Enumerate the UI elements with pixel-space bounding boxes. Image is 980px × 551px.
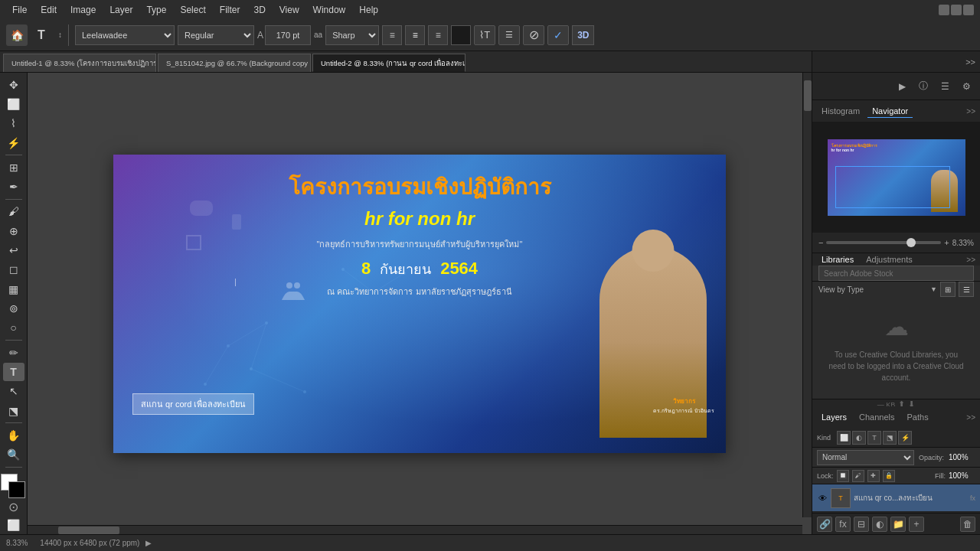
lock-transparent-icon[interactable]: 🔲	[837, 470, 849, 482]
view-by-type-dropdown[interactable]: ▼	[930, 285, 937, 293]
doc-tab-3[interactable]: Untitled-2 @ 8.33% (กานน qr cord เพื่อลง…	[312, 54, 466, 72]
status-arrow[interactable]: ▶	[145, 539, 152, 547]
lock-position-icon[interactable]: ✚	[867, 470, 880, 482]
text-color-swatch[interactable]	[451, 25, 471, 45]
panel-collapse-button[interactable]: >>	[965, 57, 975, 67]
filter-type-icon[interactable]: T	[867, 431, 881, 445]
hand-tool[interactable]: ✋	[3, 426, 24, 444]
menu-3d[interactable]: 3D	[247, 3, 271, 17]
filter-adjust-icon[interactable]: ◐	[852, 431, 866, 445]
nav-viewport-box[interactable]	[835, 166, 950, 208]
menu-layer[interactable]: Layer	[103, 3, 139, 17]
anti-alias-select[interactable]: Sharp	[325, 25, 379, 45]
zoom-in-icon[interactable]: +	[944, 238, 949, 247]
panel-layers-icon[interactable]: ☰	[936, 77, 954, 96]
align-left-button[interactable]: ≡	[382, 25, 402, 45]
eraser-tool[interactable]: ◻	[3, 261, 24, 279]
doc-tab-2[interactable]: S_8151042.jpg @ 66.7% (Background copy 2…	[158, 54, 311, 72]
eyedropper-tool[interactable]: ✒	[3, 178, 24, 196]
paths-tab[interactable]: Paths	[903, 411, 933, 423]
font-family-select[interactable]: Leelawadee	[75, 25, 175, 45]
align-right-button[interactable]: ≡	[428, 25, 448, 45]
quick-mask-button[interactable]: ⊙	[8, 500, 18, 514]
home-button[interactable]: 🏠	[6, 24, 28, 46]
canvas-area[interactable]: โครงการอบรมเชิงปฏิบัติการ hr for non hr …	[28, 73, 812, 534]
libs-panel-menu[interactable]: >>	[966, 256, 975, 264]
menu-edit[interactable]: Edit	[34, 3, 63, 17]
layers-tab[interactable]: Layers	[817, 411, 851, 423]
horizontal-scrollbar[interactable]	[28, 525, 802, 534]
3d-button[interactable]: 3D	[572, 25, 594, 45]
menu-select[interactable]: Select	[174, 3, 211, 17]
pen-tool[interactable]: ✏	[3, 344, 24, 361]
zoom-thumb[interactable]	[906, 238, 916, 247]
shape-tool[interactable]: ⬔	[3, 402, 24, 419]
opacity-value[interactable]: 100%	[949, 453, 975, 461]
background-color[interactable]	[8, 481, 25, 498]
h-scrollbar-thumb[interactable]	[58, 527, 119, 534]
canvas-document[interactable]: โครงการอบรมเชิงปฏิบัติการ hr for non hr …	[113, 155, 726, 453]
path-select-tool[interactable]: ↖	[3, 383, 24, 400]
brush-tool[interactable]: 🖌	[3, 203, 24, 220]
layer-1-fx[interactable]: fx	[970, 494, 975, 502]
zoom-out-icon[interactable]: −	[818, 238, 823, 247]
zoom-tool[interactable]: 🔍	[3, 446, 24, 464]
commit-text-button[interactable]: ✓	[547, 25, 569, 45]
panel-history-icon[interactable]: ▶	[893, 77, 911, 96]
menu-image[interactable]: Image	[64, 3, 102, 17]
grid-view-button[interactable]: ⊞	[940, 282, 956, 297]
crop-tool[interactable]: ⊞	[3, 158, 24, 176]
list-view-button[interactable]: ☰	[959, 282, 974, 297]
close-button[interactable]	[963, 5, 974, 15]
warp-text-button[interactable]: ⌇T	[474, 25, 495, 45]
lock-all-icon[interactable]: 🔒	[883, 470, 895, 482]
vertical-scrollbar[interactable]	[802, 73, 812, 517]
nav-panel-menu[interactable]: >>	[966, 107, 975, 116]
create-layer-button[interactable]: +	[909, 517, 924, 532]
histogram-tab[interactable]: Histogram	[817, 105, 864, 117]
blend-mode-select[interactable]: Normal	[817, 450, 914, 465]
menu-view[interactable]: View	[273, 3, 305, 17]
lasso-tool[interactable]: ⌇	[3, 115, 24, 132]
lock-image-icon[interactable]: 🖌	[852, 470, 864, 482]
maximize-button[interactable]	[951, 5, 962, 15]
channels-tab[interactable]: Channels	[854, 411, 899, 423]
adjustments-tab[interactable]: Adjustments	[861, 253, 917, 266]
filter-pixel-icon[interactable]: ⬜	[837, 431, 851, 445]
layers-panel-menu[interactable]: >>	[966, 413, 975, 422]
filter-smart-icon[interactable]: ⚡	[898, 431, 912, 445]
menu-filter[interactable]: Filter	[214, 3, 247, 17]
filter-shape-icon[interactable]: ⬔	[883, 431, 897, 445]
menu-help[interactable]: Help	[353, 3, 384, 17]
add-layer-style-button[interactable]: fx	[835, 517, 851, 532]
layer-item-1[interactable]: 👁 T สแกน qr co...ลงทะเบียน fx	[812, 484, 980, 512]
link-layers-button[interactable]: 🔗	[817, 517, 832, 532]
panel-settings-icon[interactable]: ⚙	[957, 77, 975, 96]
navigator-tab[interactable]: Navigator	[867, 105, 913, 118]
layer-1-visibility[interactable]: 👁	[817, 493, 828, 504]
libraries-tab[interactable]: Libraries	[817, 253, 858, 266]
create-adjustment-button[interactable]: ◐	[872, 517, 887, 532]
delete-layer-button[interactable]: 🗑	[960, 517, 975, 532]
minimize-button[interactable]	[939, 5, 949, 15]
text-tool-active[interactable]: T	[31, 24, 52, 46]
create-group-button[interactable]: 📁	[890, 517, 906, 532]
cancel-text-button[interactable]: ⊘	[523, 25, 544, 45]
select-rect-tool[interactable]: ⬜	[3, 95, 24, 112]
doc-tab-1[interactable]: Untitled-1 @ 8.33% (โครงการอบรมเชิงปฏิกา…	[3, 54, 156, 72]
zoom-slider[interactable]	[826, 241, 941, 244]
panel-info-icon[interactable]: ⓘ	[914, 77, 933, 96]
gradient-tool[interactable]: ▦	[3, 280, 24, 298]
blur-tool[interactable]: ⊚	[3, 299, 24, 317]
fill-value[interactable]: 100%	[949, 471, 975, 480]
libraries-search-input[interactable]	[818, 266, 974, 281]
dodge-tool[interactable]: ○	[3, 319, 24, 337]
menu-type[interactable]: Type	[140, 3, 172, 17]
font-size-input[interactable]	[265, 25, 311, 45]
history-brush-tool[interactable]: ↩	[3, 241, 24, 259]
text-tool[interactable]: T	[3, 363, 24, 380]
align-center-button[interactable]: ≡	[405, 25, 425, 45]
clone-stamp-tool[interactable]: ⊕	[3, 222, 24, 240]
menu-file[interactable]: File	[6, 3, 33, 17]
magic-wand-tool[interactable]: ⚡	[3, 134, 24, 152]
